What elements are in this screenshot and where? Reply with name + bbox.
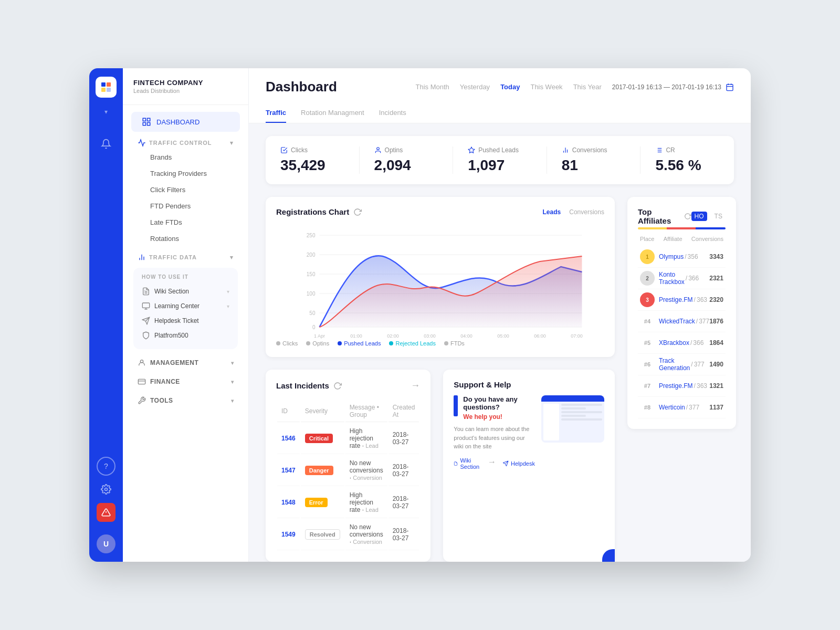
sidebar-management[interactable]: MANAGEMENT ▾: [127, 353, 244, 372]
alert-icon[interactable]: [97, 503, 116, 522]
svg-text:150: 150: [307, 271, 316, 277]
nav-this-year[interactable]: This Year: [573, 83, 602, 91]
notifications-icon[interactable]: [97, 134, 116, 153]
sidebar-click-filters[interactable]: Click Filters: [127, 182, 244, 198]
sidebar-tools[interactable]: TOOLS ▾: [127, 391, 244, 410]
svg-rect-1: [107, 82, 111, 87]
affiliate-name[interactable]: Prestige.FM: [659, 296, 693, 303]
traffic-control-chevron: ▾: [230, 140, 234, 146]
affiliate-name[interactable]: Konto Trackbox: [659, 271, 685, 286]
affiliate-conversions: 2320: [709, 296, 723, 303]
sidebar-late-ftds[interactable]: Late FTDs: [127, 214, 244, 230]
refresh-icon[interactable]: [353, 208, 362, 216]
chart-svg-container: 250 200 150 100 50 0: [276, 225, 604, 340]
nav-this-week[interactable]: This Week: [530, 83, 562, 91]
affiliate-name[interactable]: WickedTrack: [659, 318, 695, 325]
incidents-refresh-icon[interactable]: [333, 382, 342, 390]
list-icon: [655, 146, 663, 154]
how-to-wiki[interactable]: Wiki Section ▾: [140, 284, 232, 299]
affiliates-refresh-icon[interactable]: [684, 212, 691, 220]
conversions-toggle[interactable]: Conversions: [569, 208, 604, 216]
optins-label: Optins: [385, 146, 403, 154]
calendar-icon[interactable]: [726, 83, 734, 91]
affiliate-name[interactable]: XBrackbox: [659, 339, 689, 346]
svg-rect-16: [142, 303, 149, 308]
svg-rect-2: [101, 88, 106, 92]
pushed-leads-label: Pushed Leads: [478, 146, 519, 154]
support-question: Do you have any questions?: [454, 395, 535, 411]
affiliate-name[interactable]: Track Generation: [659, 357, 690, 372]
helpdesk-link[interactable]: Helpdesk: [502, 457, 535, 470]
incident-id[interactable]: 1548: [277, 487, 300, 518]
affiliate-name[interactable]: Werticoin: [659, 404, 685, 411]
wiki-link[interactable]: Wiki Section: [454, 457, 481, 470]
incident-severity: Danger: [301, 455, 344, 486]
how-to-section: HOW TO USE IT Wiki Section ▾ Learning Ce…: [133, 268, 238, 349]
affiliate-name[interactable]: Olympus: [659, 253, 684, 260]
avatar[interactable]: U: [97, 534, 116, 553]
affiliate-row[interactable]: 1 Olympus / 356 3343: [638, 246, 726, 268]
affiliates-panel: Top Affiliates HO TS Place Affiliate: [627, 197, 736, 429]
affiliate-row[interactable]: #8 Werticoin / 377 1137: [638, 397, 726, 418]
help-icon[interactable]: ?: [97, 457, 116, 476]
affiliate-row[interactable]: #4 WickedTrack / 377 1876: [638, 311, 726, 332]
management-label: MANAGEMENT: [150, 359, 198, 366]
header: Dashboard This Month Yesterday Today Thi…: [249, 68, 751, 123]
svg-text:06:00: 06:00: [534, 333, 546, 339]
wiki-section-label: Wiki Section: [154, 288, 189, 295]
pushed-leads-value: 1,097: [468, 157, 532, 174]
svg-rect-3: [107, 88, 111, 92]
how-to-learning[interactable]: Learning Center ▾: [140, 299, 232, 313]
sidebar-rotations[interactable]: Rotations: [127, 230, 244, 247]
affiliate-row[interactable]: 3 Prestige.FM / 363 2320: [638, 289, 726, 311]
brand-name: FINTECH COMPANY: [133, 79, 238, 87]
user-icon: [374, 146, 382, 154]
tab-rotation[interactable]: Rotation Managment: [301, 103, 364, 123]
sidebar-tracking-providers[interactable]: Tracking Providers: [127, 165, 244, 182]
affiliate-name[interactable]: Prestige.FM: [659, 382, 693, 390]
settings-icon[interactable]: [97, 480, 116, 499]
affiliate-place: #7: [640, 379, 655, 393]
tab-traffic[interactable]: Traffic: [266, 103, 286, 123]
col-severity: Severity: [301, 401, 344, 422]
toggle-ho[interactable]: HO: [691, 212, 707, 221]
incident-id[interactable]: 1546: [277, 423, 300, 454]
incident-id[interactable]: 1549: [277, 519, 300, 550]
incident-id[interactable]: 1547: [277, 455, 300, 486]
svg-point-28: [376, 148, 379, 150]
svg-text:0: 0: [312, 324, 316, 330]
nav-today[interactable]: Today: [500, 83, 520, 91]
nav-this-month[interactable]: This Month: [415, 83, 449, 91]
incidents-support-row: Last Incidents → ID Severity: [266, 370, 615, 562]
nav-yesterday[interactable]: Yesterday: [460, 83, 490, 91]
registrations-chart: 250 200 150 100 50 0: [276, 225, 604, 340]
date-range: 2017-01-19 16:13 — 2017-01-19 16:13: [612, 83, 734, 91]
affiliate-place: #8: [640, 400, 655, 415]
tab-incidents[interactable]: Incidents: [379, 103, 406, 123]
svg-rect-24: [727, 84, 733, 90]
support-links: Wiki Section → Helpdesk: [454, 457, 535, 470]
sidebar-brands[interactable]: Brands: [127, 149, 244, 165]
logo[interactable]: [96, 77, 117, 98]
affiliate-row[interactable]: #5 XBrackbox / 366 1864: [638, 332, 726, 354]
corner-accent: [602, 549, 615, 562]
sidebar-item-dashboard[interactable]: DASHBOARD: [131, 112, 240, 132]
toggle-ts[interactable]: TS: [711, 212, 726, 221]
incidents-arrow: →: [411, 380, 420, 391]
sidebar-ftd-penders[interactable]: FTD Penders: [127, 198, 244, 214]
incident-message: No new conversions · Conversion: [345, 455, 387, 486]
learning-center-label: Learning Center: [154, 302, 200, 310]
support-desc: You can learn more about the product's f…: [454, 425, 535, 451]
affiliate-row[interactable]: #6 Track Generation / 377 1490: [638, 354, 726, 375]
how-to-platform500[interactable]: Platfrom500: [140, 328, 232, 343]
leads-toggle[interactable]: Leads: [543, 208, 561, 216]
affiliate-row[interactable]: 2 Konto Trackbox / 366 2321: [638, 268, 726, 289]
click-icon: [280, 146, 288, 154]
incident-severity: Resolved: [301, 519, 344, 550]
affiliates-bar: [638, 227, 726, 229]
svg-rect-22: [138, 379, 145, 384]
sidebar-finance[interactable]: FINANCE ▾: [127, 372, 244, 391]
chart-header: Registrations Chart Leads Conversions: [276, 207, 604, 216]
affiliate-row[interactable]: #7 Prestige.FM / 363 1321: [638, 375, 726, 397]
how-to-helpdesk[interactable]: Helpdesk Ticket: [140, 313, 232, 328]
